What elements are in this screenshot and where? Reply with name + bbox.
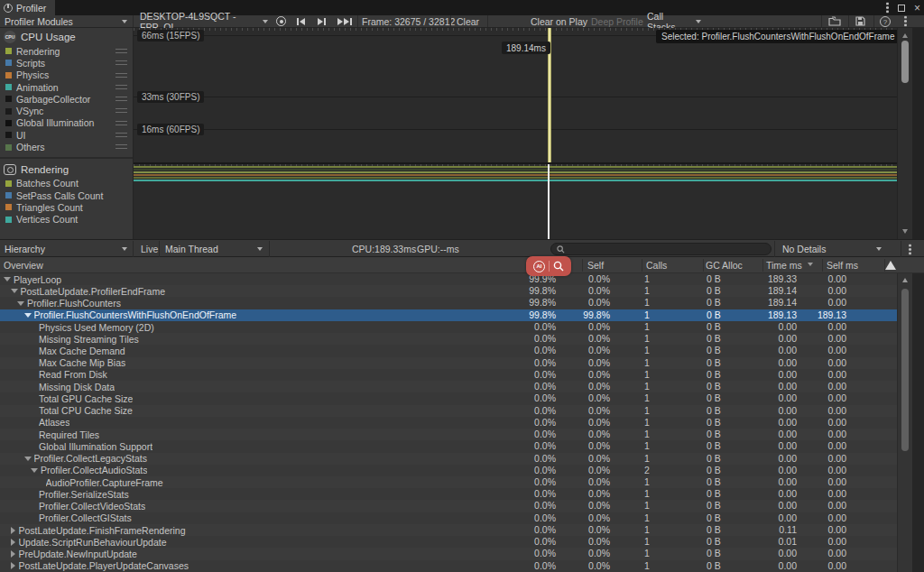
drag-handle-icon[interactable]: [116, 108, 127, 113]
collapse-arrow-icon[interactable]: [17, 301, 24, 306]
chart-legend-item[interactable]: Batches Count: [0, 178, 133, 189]
table-row[interactable]: Total GPU Cache Size0.0%0.0%10 B0.000.00: [0, 392, 897, 404]
drag-handle-icon[interactable]: [116, 85, 127, 89]
target-dropdown[interactable]: DESKTOP-4L9SQCT - FPP_OL: [135, 15, 273, 27]
chart-legend-item[interactable]: UI: [0, 129, 133, 141]
search-input[interactable]: [568, 244, 765, 254]
table-row[interactable]: Read From Disk0.0%0.0%10 B0.000.00: [0, 369, 897, 381]
deep-profile-button[interactable]: Deep Profile: [586, 15, 649, 27]
column-calls[interactable]: Calls: [646, 260, 667, 271]
chart-scrollbar[interactable]: [897, 28, 912, 239]
clear-button[interactable]: Clear: [451, 15, 485, 27]
drag-handle-icon[interactable]: [116, 133, 127, 137]
chart-legend-item[interactable]: Triangles Count: [0, 201, 133, 213]
chart-legend-item[interactable]: VSync: [0, 105, 133, 116]
sort-arrow-icon[interactable]: [885, 261, 896, 270]
clear-on-play-button[interactable]: Clear on Play: [525, 15, 593, 27]
expand-arrow-icon[interactable]: [11, 562, 15, 569]
chart-legend-item[interactable]: GarbageCollector: [0, 93, 133, 105]
table-row[interactable]: Profiler.FlushCounters99.8%0.0%10 B189.1…: [0, 297, 897, 309]
search-field[interactable]: [550, 243, 772, 255]
table-row[interactable]: Max Cache Mip Bias0.0%0.0%10 B0.000.00: [0, 357, 897, 369]
prev-frame-button[interactable]: [297, 15, 305, 27]
save-profile-button[interactable]: [855, 15, 865, 27]
thread-dropdown[interactable]: Main Thread: [161, 241, 267, 257]
collapse-arrow-icon[interactable]: [31, 468, 38, 473]
table-row[interactable]: Missing Streaming Tiles0.0%0.0%10 B0.000…: [0, 333, 897, 345]
record-button[interactable]: [276, 15, 286, 27]
column-self-ms[interactable]: Self ms: [827, 260, 858, 271]
column-time-ms[interactable]: Time ms: [766, 260, 802, 271]
details-dropdown[interactable]: No Details: [778, 241, 886, 257]
drag-handle-icon[interactable]: [116, 144, 127, 149]
column-gc-alloc[interactable]: GC Alloc: [706, 260, 743, 271]
close-icon[interactable]: ×: [914, 4, 920, 13]
table-row[interactable]: PreUpdate.NewInputUpdate0.0%0.0%10 B0.00…: [0, 548, 897, 559]
column-overview[interactable]: Overview: [4, 260, 43, 271]
cpu-usage-chart[interactable]: 66ms (15FPS)33ms (30FPS)16ms (60FPS) 189…: [134, 28, 897, 162]
table-row[interactable]: Global Illumination Support0.0%0.0%10 B0…: [0, 440, 897, 452]
maximize-icon[interactable]: [898, 5, 905, 12]
next-frame-button[interactable]: [318, 15, 326, 27]
table-row[interactable]: Update.ScriptRunBehaviourUpdate0.0%0.0%1…: [0, 536, 897, 548]
table-row[interactable]: Missing Disk Data0.0%0.0%10 B0.000.00: [0, 381, 897, 392]
table-row[interactable]: PostLateUpdate.PlayerUpdateCanvases0.0%0…: [0, 560, 897, 572]
expand-arrow-icon[interactable]: [11, 527, 15, 534]
table-row[interactable]: Profiler.CollectVideoStats0.0%0.0%10 B0.…: [0, 500, 897, 512]
drag-handle-icon[interactable]: [116, 97, 127, 101]
expand-arrow-icon[interactable]: [11, 539, 15, 546]
scroll-up-icon[interactable]: [902, 33, 908, 38]
table-row[interactable]: Atlases0.0%0.0%10 B0.000.00: [0, 417, 897, 429]
drag-handle-icon[interactable]: [116, 121, 127, 125]
chart-legend-item[interactable]: Physics: [0, 69, 133, 81]
tab-profiler[interactable]: Profiler: [0, 0, 55, 15]
table-row[interactable]: Profiler.CollectGIStats0.0%0.0%10 B0.000…: [0, 512, 897, 524]
chart-legend-item[interactable]: Vertices Count: [0, 214, 133, 226]
column-self[interactable]: Self: [587, 260, 604, 271]
drag-handle-icon[interactable]: [116, 60, 127, 65]
table-row[interactable]: Profiler.SerializeStats0.0%0.0%10 B0.000…: [0, 488, 897, 500]
profiler-modules-dropdown[interactable]: Profiler Modules: [0, 15, 132, 27]
table-row[interactable]: Profiler.CollectLegacyStats0.0%0.0%10 B0…: [0, 453, 897, 465]
chart-legend-item[interactable]: Global Illumination: [0, 117, 133, 129]
table-row[interactable]: AudioProfiler.CaptureFrame0.0%0.0%10 B0.…: [0, 476, 897, 488]
scroll-up-icon[interactable]: [902, 278, 908, 282]
collapse-arrow-icon[interactable]: [24, 313, 32, 318]
chart-legend-item[interactable]: SetPass Calls Count: [0, 189, 133, 201]
table-row[interactable]: PostLateUpdate.FinishFrameRendering0.0%0…: [0, 524, 897, 536]
table-scrollbar[interactable]: [897, 273, 912, 572]
collapse-arrow-icon[interactable]: [11, 289, 18, 293]
chart-legend-item[interactable]: Animation: [0, 81, 133, 93]
chart-legend-item[interactable]: Rendering: [0, 45, 133, 57]
scroll-down-icon[interactable]: [902, 229, 908, 234]
view-mode-dropdown[interactable]: Hierarchy: [0, 241, 132, 257]
chart-legend-item[interactable]: Others: [0, 141, 133, 152]
rendering-chart[interactable]: [134, 164, 897, 239]
toolbar-menu-button[interactable]: [904, 15, 907, 27]
table-row[interactable]: PlayerLoop99.9%0.0%10 B189.330.00: [0, 273, 897, 285]
table-row[interactable]: PostLateUpdate.ProfilerEndFrame99.8%0.0%…: [0, 285, 897, 297]
table-row[interactable]: Required Tiles0.0%0.0%10 B0.000.00: [0, 429, 897, 440]
current-frame-button[interactable]: [337, 15, 352, 27]
table-row[interactable]: Physics Used Memory (2D)0.0%0.0%10 B0.00…: [0, 321, 897, 333]
module-header[interactable]: Rendering: [0, 161, 133, 178]
help-button[interactable]: ?: [880, 16, 891, 27]
collapse-arrow-icon[interactable]: [4, 277, 11, 281]
module-header[interactable]: CPUCPU Usage: [0, 28, 133, 45]
chart-scrollbar-thumb[interactable]: [901, 41, 909, 83]
table-row[interactable]: Total CPU Cache Size0.0%0.0%10 B0.000.00: [0, 405, 897, 417]
collapse-arrow-icon[interactable]: [24, 457, 32, 461]
window-menu-icon[interactable]: [886, 2, 889, 14]
expand-arrow-icon[interactable]: [11, 550, 15, 558]
load-profile-button[interactable]: [828, 15, 841, 27]
drag-handle-icon[interactable]: [116, 73, 127, 78]
details-menu-button[interactable]: [909, 241, 911, 257]
chart-pane[interactable]: 66ms (15FPS)33ms (30FPS)16ms (60FPS) 189…: [134, 28, 897, 239]
table-row[interactable]: Profiler.CollectAudioStats0.0%0.0%20 B0.…: [0, 465, 897, 476]
table-scrollbar-thumb[interactable]: [901, 289, 909, 451]
drag-handle-icon[interactable]: [116, 49, 127, 53]
chart-legend-item[interactable]: Scripts: [0, 57, 133, 69]
call-stacks-dropdown[interactable]: Call Stacks: [642, 15, 706, 27]
table-row[interactable]: Max Cache Demand0.0%0.0%10 B0.000.00: [0, 345, 897, 356]
table-row[interactable]: Profiler.FlushCountersWithFlushOnEndOfFr…: [0, 309, 897, 321]
